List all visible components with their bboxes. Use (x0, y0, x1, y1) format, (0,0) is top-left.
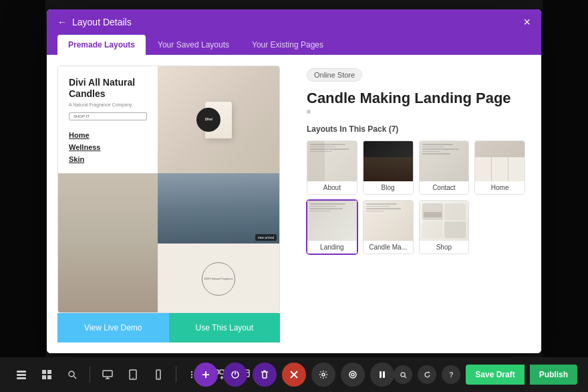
toolbar-help-icon[interactable]: ? (442, 365, 460, 384)
preview-top: Divi All Natural Candles A Natural Fragr… (58, 66, 279, 173)
thumb-contact-label: Contact (420, 181, 469, 194)
svg-point-36 (349, 371, 356, 378)
toolbar-right: ? Save Draft Publish (394, 365, 577, 385)
toolbar-search-icon[interactable] (394, 365, 412, 384)
preview-jars-img (58, 173, 158, 313)
preview-bottom: new arrival 100% Natural Fragrance (58, 173, 279, 313)
preview-shop-btn: SHOP IT (69, 112, 147, 120)
layers-icon[interactable] (11, 364, 32, 385)
layout-title: Candle Making Landing Page (307, 90, 525, 107)
use-this-layout-button[interactable]: Use This Layout (169, 313, 281, 342)
svg-point-35 (322, 373, 325, 376)
thumb-landing-img (307, 201, 357, 241)
svg-rect-9 (103, 371, 112, 377)
preview-brand: Divi All Natural Candles (69, 77, 147, 100)
svg-point-18 (191, 374, 192, 375)
tab-saved-layouts[interactable]: Your Saved Layouts (147, 35, 240, 55)
preview-jars-col (58, 173, 158, 313)
tab-premade-layouts[interactable]: Premade Layouts (57, 35, 146, 55)
search-icon[interactable] (61, 364, 83, 385)
nav-wellness[interactable]: Wellness (69, 143, 147, 151)
nav-skin[interactable]: Skin (69, 155, 147, 163)
thumb-shop-img (420, 201, 469, 241)
thumb-about-img (307, 141, 357, 181)
layout-thumb-candle[interactable]: Candle Ma... (363, 200, 414, 254)
power-button[interactable] (223, 363, 247, 387)
mobile-icon[interactable] (148, 364, 169, 385)
publish-button[interactable]: Publish (530, 365, 577, 385)
circle-stamp: 100% Natural Fragrance (202, 262, 235, 296)
layout-thumb-contact[interactable]: Contact (419, 140, 470, 195)
tablet-icon[interactable] (122, 364, 144, 385)
thumb-blog-label: Blog (363, 181, 413, 194)
preview-nav: Home Wellness Skin (69, 131, 147, 163)
svg-rect-3 (42, 370, 46, 374)
layout-thumb-home[interactable]: Home (474, 140, 525, 195)
svg-rect-4 (47, 370, 51, 374)
toolbar-divider-2 (176, 367, 176, 383)
svg-point-40 (401, 373, 405, 377)
category-badge: Online Store (307, 68, 362, 82)
svg-rect-2 (17, 377, 26, 379)
nav-home[interactable]: Home (69, 131, 147, 139)
modal-header-left: ← Layout Details (57, 17, 132, 27)
svg-rect-5 (42, 375, 46, 379)
svg-rect-6 (47, 375, 51, 379)
grid-icon[interactable] (36, 364, 57, 385)
save-draft-button[interactable]: Save Draft (466, 365, 524, 385)
preview-panel: Divi All Natural Candles A Natural Fragr… (47, 55, 291, 353)
svg-line-8 (74, 377, 77, 379)
svg-point-16 (191, 371, 192, 373)
thumb-candle-img (363, 201, 413, 241)
thumb-blog-img (363, 141, 413, 181)
preview-text-col: Divi All Natural Candles A Natural Fragr… (58, 66, 158, 173)
layout-thumb-about[interactable]: About (307, 140, 357, 195)
preview-subtitle: A Natural Fragrance Company (69, 102, 147, 107)
preview-ocean-img: new arrival (158, 173, 279, 243)
thumb-contact-img (420, 141, 469, 181)
layout-thumb-shop[interactable]: Shop (419, 200, 470, 254)
preview-stamp-area: 100% Natural Fragrance (158, 243, 279, 313)
svg-point-37 (351, 373, 354, 376)
layout-thumb-landing[interactable]: Landing (307, 200, 357, 254)
svg-line-41 (404, 376, 406, 378)
toolbar-divider-1 (90, 367, 90, 383)
info-panel: Online Store Candle Making Landing Page … (291, 55, 541, 353)
thumb-home-label: Home (475, 181, 525, 194)
svg-rect-0 (17, 371, 26, 373)
close-editor-button[interactable] (282, 363, 306, 387)
modal-close-button[interactable]: × (523, 16, 531, 28)
sea-overlay (158, 173, 279, 243)
history-button[interactable] (341, 363, 365, 387)
svg-rect-1 (17, 374, 26, 376)
thumb-shop-label: Shop (420, 241, 469, 254)
preview-divi-badge: Divi (196, 108, 220, 132)
svg-point-15 (158, 377, 158, 378)
preview-img-col: Divi (158, 66, 279, 173)
layouts-grid: About Blog (307, 140, 525, 254)
tab-existing-pages[interactable]: Your Existing Pages (241, 35, 334, 55)
modal-header: ← Layout Details × (47, 9, 541, 35)
back-arrow-icon[interactable]: ← (57, 17, 67, 27)
toolbar-sync-icon[interactable] (418, 365, 436, 384)
trash-button[interactable] (253, 363, 277, 387)
view-live-demo-button[interactable]: View Live Demo (57, 313, 169, 342)
pack-label: Layouts In This Pack (7) (307, 124, 525, 134)
stamp-text: 100% Natural Fragrance (204, 277, 233, 280)
svg-point-7 (69, 371, 74, 377)
desktop-icon[interactable] (97, 364, 118, 385)
toolbar-center (194, 363, 394, 387)
layout-thumb-blog[interactable]: Blog (363, 140, 414, 195)
settings-button[interactable] (311, 363, 335, 387)
add-content-button[interactable] (194, 363, 218, 387)
layout-details-modal: ← Layout Details × Premade Layouts Your … (47, 9, 541, 353)
pause-button[interactable] (370, 363, 394, 387)
svg-point-20 (191, 377, 192, 378)
modal-title: Layout Details (72, 17, 132, 27)
thumb-home-img (475, 141, 525, 181)
modal-body: Divi All Natural Candles A Natural Fragr… (47, 55, 541, 353)
modal-overlay: ← Layout Details × Premade Layouts Your … (0, 0, 588, 392)
new-arrival-badge: new arrival (255, 234, 277, 241)
toolbar: ? Save Draft Publish (0, 357, 588, 392)
svg-rect-39 (383, 371, 385, 378)
